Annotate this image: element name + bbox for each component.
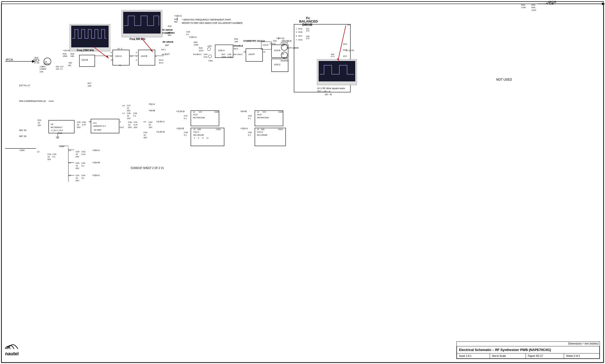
svg-text:10: 10 xyxy=(76,165,78,167)
svg-text:* DENOTES FREQUENCY DEPENDENT : * DENOTES FREQUENCY DEPENDENT PART. xyxy=(182,18,231,21)
svg-text:N/C 16: N/C 16 xyxy=(19,135,26,137)
svg-text:R21: R21 xyxy=(38,119,41,121)
svg-text:9: 9 xyxy=(202,137,203,139)
scale-cell: Not to Scale xyxy=(490,354,526,359)
svg-text:E5:F: E5:F xyxy=(343,55,347,57)
svg-text:3: 3 xyxy=(120,121,121,123)
svg-text:35V: 35V xyxy=(143,136,147,139)
svg-text:10: 10 xyxy=(47,156,50,158)
svg-text:C56: C56 xyxy=(248,131,252,134)
svg-text:R44: R44 xyxy=(531,4,535,6)
svg-text:10: 10 xyxy=(127,107,129,109)
svg-text:15 V RF drive square wave: 15 V RF drive square wave xyxy=(317,87,345,90)
svg-text:10K: 10K xyxy=(68,65,71,66)
svg-text:E6:1: E6:1 xyxy=(162,53,166,56)
svg-text:DRIVE: DRIVE xyxy=(302,23,312,27)
svg-text:35V: 35V xyxy=(77,126,81,129)
svg-text:C40: C40 xyxy=(128,121,132,123)
svg-text:S1940197  SHEET 2 OF 2  V1: S1940197 SHEET 2 OF 2 V1 xyxy=(131,167,164,169)
svg-text:0.1: 0.1 xyxy=(81,177,85,179)
svg-text:47.3: 47.3 xyxy=(331,56,335,57)
svg-text:VDD: VDD xyxy=(261,129,265,130)
svg-text:C37: C37 xyxy=(127,104,131,107)
svg-marker-304 xyxy=(151,50,154,52)
svg-text:2N3904: 2N3904 xyxy=(44,63,50,65)
svg-text:U10.B: U10.B xyxy=(81,59,88,61)
issue-cell: Issue 1.8.1 xyxy=(457,354,490,359)
svg-text:0.1: 0.1 xyxy=(186,33,189,36)
svg-text:R27: R27 xyxy=(88,82,91,84)
svg-text:V_IN  V_OUT: V_IN V_OUT xyxy=(51,129,63,132)
svg-text:+15V-B: +15V-B xyxy=(92,161,100,164)
svg-text:U3.G: U3.G xyxy=(193,113,198,116)
svg-text:E5:B: E5:B xyxy=(298,31,302,33)
svg-text:L3: L3 xyxy=(69,149,71,152)
svg-text:1820: 1820 xyxy=(42,68,46,70)
svg-text:8: 8 xyxy=(283,37,284,40)
svg-text:C27: C27 xyxy=(60,66,64,68)
svg-text:4: 4 xyxy=(155,55,157,57)
svg-text:VCC: VCC xyxy=(263,111,266,113)
svg-text:EXT Fc 17: EXT Fc 17 xyxy=(19,84,30,87)
svg-text:2N2905A: 2N2905A xyxy=(280,60,288,62)
svg-text:16: 16 xyxy=(257,129,259,130)
svg-text:+15V-A: +15V-A xyxy=(174,15,182,17)
svg-text:DISABLE: DISABLE xyxy=(282,40,291,42)
svg-text:10K: 10K xyxy=(70,55,74,57)
svg-text:12  Fc: 12 Fc xyxy=(348,49,354,52)
svg-text:E6:1: E6:1 xyxy=(234,53,238,56)
svg-text:SN74HC04N: SN74HC04N xyxy=(257,116,269,119)
svg-text:E4:1: E4:1 xyxy=(161,48,166,51)
svg-text:VSS: VSS xyxy=(216,129,220,130)
svg-text:MC14013B: MC14013B xyxy=(193,134,204,136)
svg-text:5: 5 xyxy=(296,35,297,37)
svg-text:E6:3: E6:3 xyxy=(234,48,238,50)
schematic-title: Electrical Schematic – RF Synthesizer PW… xyxy=(457,346,600,354)
svg-text:U12.C: U12.C xyxy=(193,131,199,133)
svg-text:REFER TO REF DES INDEX FOR VAL: REFER TO REF DES INDEX FOR VALUE/PART NU… xyxy=(182,22,243,24)
svg-text:R20: R20 xyxy=(69,62,72,64)
svg-text:RF DRIVE: RF DRIVE xyxy=(163,41,173,43)
svg-text:3: 3 xyxy=(296,31,297,33)
svg-text:VSS: VSS xyxy=(278,129,281,130)
svg-text:3: 3 xyxy=(136,59,137,61)
svg-text:C: C xyxy=(121,48,122,50)
svg-text:3: 3 xyxy=(194,137,195,139)
svg-text:C34: C34 xyxy=(81,174,85,177)
svg-text:U10.F: U10.F xyxy=(248,53,255,56)
svg-text:C33: C33 xyxy=(81,162,85,164)
dimensions-label: Dimensions = mm (inches) xyxy=(457,342,600,346)
svg-text:562: 562 xyxy=(168,34,171,36)
svg-text:1500: 1500 xyxy=(63,55,67,57)
svg-text:+5V-B: +5V-B xyxy=(240,110,247,113)
svg-text:CR5: CR5 xyxy=(207,45,212,47)
svg-text:27.4K: 27.4K xyxy=(34,62,40,64)
svg-text:C30: C30 xyxy=(76,162,79,164)
svg-text:10: 10 xyxy=(128,124,130,126)
svg-text:L2: L2 xyxy=(37,151,39,153)
svg-text:100: 100 xyxy=(56,68,59,70)
svg-text:+15V-C: +15V-C xyxy=(92,174,100,177)
svg-text:N/C 15: N/C 15 xyxy=(19,129,26,132)
svg-text:NOT USED: NOT USED xyxy=(287,47,299,49)
svg-text:10: 10 xyxy=(38,122,40,124)
svg-text:LM3940IT-3.3: LM3940IT-3.3 xyxy=(93,125,106,127)
svg-text:E5:A: E5:A xyxy=(298,28,302,30)
svg-text:1: 1 xyxy=(136,55,137,57)
svg-rect-49 xyxy=(138,50,155,65)
svg-text:R: R xyxy=(119,64,121,67)
svg-text:2210: 2210 xyxy=(199,49,203,52)
svg-text:4FC/A: 4FC/A xyxy=(6,58,13,61)
svg-text:C44: C44 xyxy=(204,53,207,56)
svg-text:14: 14 xyxy=(193,111,195,113)
svg-text:+3.3V-A: +3.3V-A xyxy=(156,120,164,123)
svg-text:IPM COMPENSATION 16: IPM COMPENSATION 16 xyxy=(19,100,46,102)
svg-text:9: 9 xyxy=(278,37,279,40)
svg-text:C26: C26 xyxy=(53,153,56,155)
svg-text:CR4: CR4 xyxy=(40,71,43,73)
svg-text:IN: IN xyxy=(89,121,91,123)
svg-text:U10.D: U10.D xyxy=(270,42,276,45)
svg-marker-302 xyxy=(106,56,109,59)
svg-text:10K: 10K xyxy=(88,85,91,87)
svg-text:0.1: 0.1 xyxy=(133,115,136,117)
